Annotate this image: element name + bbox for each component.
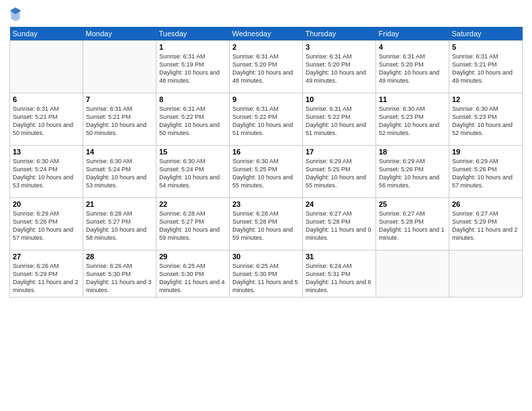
calendar-cell: 14Sunrise: 6:30 AM Sunset: 5:24 PM Dayli… <box>83 146 157 198</box>
day-detail: Sunrise: 6:31 AM Sunset: 5:20 PM Dayligh… <box>232 52 300 85</box>
day-number: 4 <box>379 43 446 51</box>
header <box>9 7 523 21</box>
day-detail: Sunrise: 6:29 AM Sunset: 5:25 PM Dayligh… <box>306 157 373 190</box>
weekday-header: Saturday <box>449 27 523 41</box>
day-detail: Sunrise: 6:31 AM Sunset: 5:22 PM Dayligh… <box>232 105 300 138</box>
calendar-cell: 20Sunrise: 6:29 AM Sunset: 5:26 PM Dayli… <box>10 198 83 250</box>
day-number: 27 <box>13 253 80 261</box>
day-detail: Sunrise: 6:26 AM Sunset: 5:30 PM Dayligh… <box>86 262 153 295</box>
weekday-header-row: SundayMondayTuesdayWednesdayThursdayFrid… <box>10 27 523 41</box>
day-number: 19 <box>452 148 519 156</box>
calendar-cell: 30Sunrise: 6:25 AM Sunset: 5:30 PM Dayli… <box>230 250 303 298</box>
calendar-cell: 6Sunrise: 6:31 AM Sunset: 5:21 PM Daylig… <box>10 93 83 146</box>
day-detail: Sunrise: 6:31 AM Sunset: 5:22 PM Dayligh… <box>306 105 373 138</box>
calendar-week-row: 6Sunrise: 6:31 AM Sunset: 5:21 PM Daylig… <box>10 93 523 146</box>
day-number: 26 <box>452 200 519 208</box>
calendar-cell <box>83 41 157 93</box>
calendar-cell: 12Sunrise: 6:30 AM Sunset: 5:23 PM Dayli… <box>449 93 523 146</box>
calendar-cell: 11Sunrise: 6:30 AM Sunset: 5:23 PM Dayli… <box>376 93 449 146</box>
day-number: 13 <box>13 148 80 156</box>
calendar-cell: 9Sunrise: 6:31 AM Sunset: 5:22 PM Daylig… <box>230 93 303 146</box>
day-detail: Sunrise: 6:29 AM Sunset: 5:26 PM Dayligh… <box>13 210 80 242</box>
day-detail: Sunrise: 6:31 AM Sunset: 5:21 PM Dayligh… <box>86 105 153 138</box>
day-detail: Sunrise: 6:26 AM Sunset: 5:29 PM Dayligh… <box>13 262 80 295</box>
calendar-cell: 2Sunrise: 6:31 AM Sunset: 5:20 PM Daylig… <box>230 41 303 93</box>
day-number: 22 <box>159 200 226 208</box>
calendar-cell: 3Sunrise: 6:31 AM Sunset: 5:20 PM Daylig… <box>303 41 376 93</box>
day-number: 6 <box>13 95 80 103</box>
day-number: 12 <box>452 95 519 103</box>
calendar-table: SundayMondayTuesdayWednesdayThursdayFrid… <box>9 27 523 298</box>
day-detail: Sunrise: 6:27 AM Sunset: 5:28 PM Dayligh… <box>379 210 446 242</box>
day-number: 25 <box>379 200 446 208</box>
day-number: 2 <box>232 43 300 51</box>
day-detail: Sunrise: 6:30 AM Sunset: 5:25 PM Dayligh… <box>232 157 300 190</box>
day-detail: Sunrise: 6:30 AM Sunset: 5:23 PM Dayligh… <box>452 105 519 138</box>
weekday-header: Monday <box>83 27 157 41</box>
day-detail: Sunrise: 6:29 AM Sunset: 5:26 PM Dayligh… <box>452 157 519 190</box>
calendar-week-row: 13Sunrise: 6:30 AM Sunset: 5:24 PM Dayli… <box>10 146 523 198</box>
day-number: 15 <box>159 148 226 156</box>
day-detail: Sunrise: 6:31 AM Sunset: 5:20 PM Dayligh… <box>306 52 373 85</box>
day-detail: Sunrise: 6:28 AM Sunset: 5:28 PM Dayligh… <box>232 210 300 242</box>
day-detail: Sunrise: 6:24 AM Sunset: 5:31 PM Dayligh… <box>306 262 373 295</box>
calendar-cell: 27Sunrise: 6:26 AM Sunset: 5:29 PM Dayli… <box>10 250 83 298</box>
calendar-cell: 15Sunrise: 6:30 AM Sunset: 5:24 PM Dayli… <box>157 146 230 198</box>
day-detail: Sunrise: 6:27 AM Sunset: 5:29 PM Dayligh… <box>452 210 519 242</box>
calendar-week-row: 1Sunrise: 6:31 AM Sunset: 5:19 PM Daylig… <box>10 41 523 93</box>
day-number: 31 <box>306 253 373 261</box>
calendar-cell: 8Sunrise: 6:31 AM Sunset: 5:22 PM Daylig… <box>157 93 230 146</box>
day-number: 3 <box>306 43 373 51</box>
calendar-cell: 28Sunrise: 6:26 AM Sunset: 5:30 PM Dayli… <box>83 250 157 298</box>
calendar-cell: 4Sunrise: 6:31 AM Sunset: 5:20 PM Daylig… <box>376 41 449 93</box>
logo <box>9 7 24 21</box>
calendar-cell: 16Sunrise: 6:30 AM Sunset: 5:25 PM Dayli… <box>230 146 303 198</box>
calendar-cell: 13Sunrise: 6:30 AM Sunset: 5:24 PM Dayli… <box>10 146 83 198</box>
day-number: 21 <box>86 200 153 208</box>
day-detail: Sunrise: 6:25 AM Sunset: 5:30 PM Dayligh… <box>159 262 226 295</box>
day-number: 1 <box>159 43 226 51</box>
calendar-week-row: 20Sunrise: 6:29 AM Sunset: 5:26 PM Dayli… <box>10 198 523 250</box>
day-detail: Sunrise: 6:29 AM Sunset: 5:26 PM Dayligh… <box>379 157 446 190</box>
logo-icon <box>9 7 21 21</box>
calendar-cell <box>449 250 523 298</box>
day-number: 16 <box>232 148 300 156</box>
day-detail: Sunrise: 6:28 AM Sunset: 5:27 PM Dayligh… <box>159 210 226 242</box>
day-detail: Sunrise: 6:31 AM Sunset: 5:22 PM Dayligh… <box>159 105 226 138</box>
calendar-cell: 7Sunrise: 6:31 AM Sunset: 5:21 PM Daylig… <box>83 93 157 146</box>
day-number: 9 <box>232 95 300 103</box>
calendar-cell: 24Sunrise: 6:27 AM Sunset: 5:28 PM Dayli… <box>303 198 376 250</box>
calendar-cell: 17Sunrise: 6:29 AM Sunset: 5:25 PM Dayli… <box>303 146 376 198</box>
day-number: 5 <box>452 43 519 51</box>
calendar-cell: 1Sunrise: 6:31 AM Sunset: 5:19 PM Daylig… <box>157 41 230 93</box>
calendar-cell: 19Sunrise: 6:29 AM Sunset: 5:26 PM Dayli… <box>449 146 523 198</box>
day-number: 11 <box>379 95 446 103</box>
day-detail: Sunrise: 6:31 AM Sunset: 5:21 PM Dayligh… <box>13 105 80 138</box>
day-number: 24 <box>306 200 373 208</box>
day-detail: Sunrise: 6:30 AM Sunset: 5:24 PM Dayligh… <box>86 157 153 190</box>
day-detail: Sunrise: 6:31 AM Sunset: 5:20 PM Dayligh… <box>379 52 446 85</box>
calendar-cell <box>10 41 83 93</box>
day-number: 29 <box>159 253 226 261</box>
day-number: 28 <box>86 253 153 261</box>
calendar-cell <box>376 250 449 298</box>
calendar-cell: 29Sunrise: 6:25 AM Sunset: 5:30 PM Dayli… <box>157 250 230 298</box>
calendar-cell: 25Sunrise: 6:27 AM Sunset: 5:28 PM Dayli… <box>376 198 449 250</box>
day-detail: Sunrise: 6:25 AM Sunset: 5:30 PM Dayligh… <box>232 262 300 295</box>
day-number: 8 <box>159 95 226 103</box>
day-detail: Sunrise: 6:31 AM Sunset: 5:19 PM Dayligh… <box>159 52 226 85</box>
calendar-cell: 10Sunrise: 6:31 AM Sunset: 5:22 PM Dayli… <box>303 93 376 146</box>
weekday-header: Thursday <box>303 27 376 41</box>
weekday-header: Wednesday <box>230 27 303 41</box>
day-detail: Sunrise: 6:27 AM Sunset: 5:28 PM Dayligh… <box>306 210 373 242</box>
day-detail: Sunrise: 6:30 AM Sunset: 5:24 PM Dayligh… <box>13 157 80 190</box>
weekday-header: Tuesday <box>157 27 230 41</box>
calendar-cell: 31Sunrise: 6:24 AM Sunset: 5:31 PM Dayli… <box>303 250 376 298</box>
weekday-header: Sunday <box>10 27 83 41</box>
day-number: 14 <box>86 148 153 156</box>
day-number: 30 <box>232 253 300 261</box>
day-number: 10 <box>306 95 373 103</box>
calendar-cell: 23Sunrise: 6:28 AM Sunset: 5:28 PM Dayli… <box>230 198 303 250</box>
page: SundayMondayTuesdayWednesdayThursdayFrid… <box>0 0 532 411</box>
day-number: 23 <box>232 200 300 208</box>
